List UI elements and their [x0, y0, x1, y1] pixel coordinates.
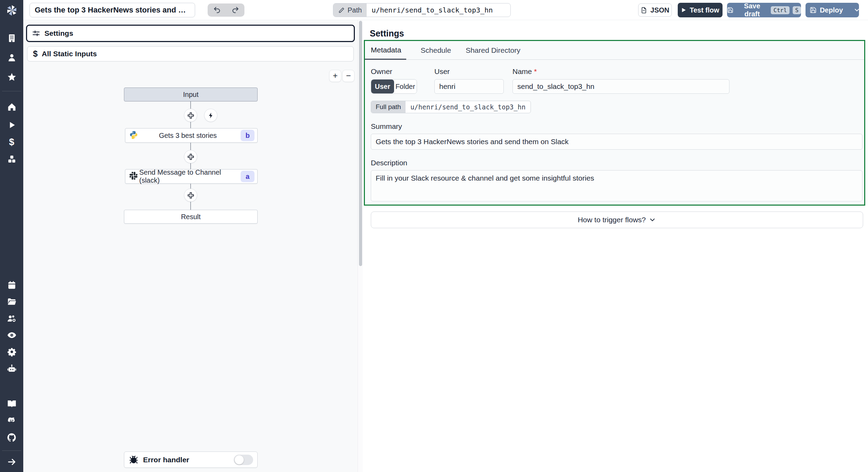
- full-path-value: u/henri/send_to_slack_top3_hn: [406, 101, 531, 113]
- sidebar-item-audit-logs[interactable]: [6, 329, 18, 341]
- step-label: Send Message to Channel (slack): [139, 169, 236, 183]
- windmill-flow-editor: $: [0, 0, 868, 472]
- sidebar-item-user[interactable]: [6, 51, 18, 64]
- error-handler-label: Error handler: [143, 456, 189, 464]
- deploy-dropdown-button[interactable]: [853, 3, 859, 17]
- scrollbar-thumb[interactable]: [359, 21, 362, 266]
- save-icon: [727, 7, 733, 14]
- eye-icon: [7, 330, 17, 340]
- deploy-label: Deploy: [820, 6, 843, 14]
- path-label: Path: [348, 6, 362, 14]
- plus-icon: [187, 192, 194, 199]
- test-flow-button[interactable]: Test flow: [678, 3, 723, 17]
- redo-button[interactable]: [226, 3, 244, 17]
- sidebar-item-resources[interactable]: [6, 153, 18, 165]
- settings-tabs: Metadata Schedule Shared Directory: [365, 41, 864, 60]
- minus-icon: −: [346, 72, 351, 80]
- owner-kind-toggle: User Folder: [371, 79, 417, 94]
- flow-canvas[interactable]: Settings $ All Static Inputs + − Input: [23, 20, 358, 472]
- error-handler-node[interactable]: Error handler: [124, 452, 258, 468]
- trigger-step-button[interactable]: [204, 109, 217, 122]
- result-node-label: Result: [181, 213, 201, 221]
- owner-user-option[interactable]: User: [371, 80, 394, 93]
- windmill-logo-icon[interactable]: [5, 3, 19, 18]
- input-node[interactable]: Input: [124, 88, 258, 101]
- test-flow-label: Test flow: [690, 6, 719, 14]
- add-step-button[interactable]: [184, 150, 197, 163]
- add-step-button[interactable]: [184, 109, 197, 122]
- flow-step-node[interactable]: Send Message to Channel (slack) a: [125, 169, 258, 184]
- flow-summary-input[interactable]: [30, 3, 195, 17]
- chevron-down-icon: [649, 216, 656, 224]
- undo-redo-group: [208, 3, 244, 17]
- summary-input[interactable]: [371, 134, 862, 150]
- boxes-icon: [7, 154, 17, 164]
- calendar-icon: [7, 280, 17, 290]
- tab-metadata[interactable]: Metadata: [365, 41, 406, 60]
- play-icon: [7, 121, 16, 130]
- sidebar-item-settings[interactable]: [6, 346, 18, 358]
- sidebar-item-runs[interactable]: [6, 119, 18, 131]
- topbar: Path u/henri/send_to_slack_top3_hn JSON …: [23, 0, 868, 20]
- description-textarea[interactable]: Fill in your Slack resource & channel an…: [371, 170, 862, 201]
- sidebar-item-variables[interactable]: $: [6, 136, 18, 148]
- gear-icon: [7, 347, 17, 357]
- dollar-icon: $: [33, 49, 37, 59]
- how-to-trigger-flows-button[interactable]: How to trigger flows?: [371, 212, 863, 228]
- all-static-inputs-button[interactable]: $ All Static Inputs: [27, 46, 354, 61]
- plus-icon: [187, 154, 194, 160]
- panel-splitter[interactable]: [358, 20, 363, 472]
- json-button[interactable]: JSON: [638, 3, 672, 17]
- play-icon: [681, 7, 686, 13]
- pencil-icon: [338, 7, 345, 14]
- kbd-ctrl: Ctrl: [771, 6, 790, 14]
- add-step-button[interactable]: [184, 189, 197, 202]
- sidebar-item-groups[interactable]: [6, 312, 18, 325]
- owner-folder-option[interactable]: Folder: [394, 80, 417, 93]
- sidebar-item-github[interactable]: [6, 431, 18, 444]
- user-icon: [7, 53, 17, 63]
- save-icon: [810, 7, 817, 14]
- sidebar-expand-button[interactable]: [6, 456, 18, 468]
- deploy-button[interactable]: Deploy: [806, 3, 847, 17]
- users-gear-icon: [7, 314, 17, 323]
- undo-button[interactable]: [208, 3, 226, 17]
- robot-icon: [7, 364, 17, 373]
- required-asterisk: *: [534, 67, 537, 75]
- flow-name-input[interactable]: [512, 79, 729, 94]
- sidebar-item-schedules[interactable]: [6, 279, 18, 291]
- sidebar-item-folders[interactable]: [6, 296, 18, 308]
- zoom-in-button[interactable]: +: [329, 70, 341, 82]
- star-icon: [7, 72, 17, 82]
- sidebar-item-favorites[interactable]: [6, 71, 18, 83]
- path-edit-button[interactable]: Path: [333, 3, 367, 17]
- deploy-split-button: Deploy: [806, 3, 859, 17]
- building-icon: [7, 33, 17, 43]
- error-handler-toggle[interactable]: [234, 455, 253, 465]
- sidebar-item-workspace[interactable]: [6, 32, 18, 44]
- path-value: u/henri/send_to_slack_top3_hn: [367, 3, 498, 17]
- user-label: User: [434, 67, 504, 76]
- bug-icon: [129, 455, 138, 464]
- save-draft-button[interactable]: Save draft CtrlS: [727, 3, 801, 17]
- tab-schedule[interactable]: Schedule: [421, 41, 451, 59]
- sidebar-item-ai[interactable]: [6, 362, 18, 375]
- flow-step-node[interactable]: Gets 3 best stories b: [125, 128, 258, 143]
- path-widget[interactable]: Path u/henri/send_to_slack_top3_hn: [333, 3, 511, 17]
- sidebar-item-home[interactable]: [6, 101, 18, 113]
- plus-icon: +: [333, 72, 337, 80]
- tab-shared-directory[interactable]: Shared Directory: [466, 41, 520, 59]
- owner-user-input[interactable]: [434, 79, 504, 94]
- flow-settings-button[interactable]: Settings: [26, 25, 355, 42]
- arrow-right-icon: [7, 457, 17, 467]
- trigger-label: How to trigger flows?: [578, 216, 646, 224]
- undo-icon: [213, 6, 221, 14]
- panel-title: Settings: [370, 28, 404, 39]
- zoom-out-button[interactable]: −: [342, 70, 354, 82]
- sidebar-item-docs[interactable]: [6, 398, 18, 410]
- redo-icon: [231, 6, 240, 14]
- owner-label: Owner: [371, 67, 417, 76]
- summary-label: Summary: [371, 122, 864, 131]
- result-node[interactable]: Result: [124, 210, 258, 224]
- sidebar-item-discord[interactable]: [6, 414, 18, 427]
